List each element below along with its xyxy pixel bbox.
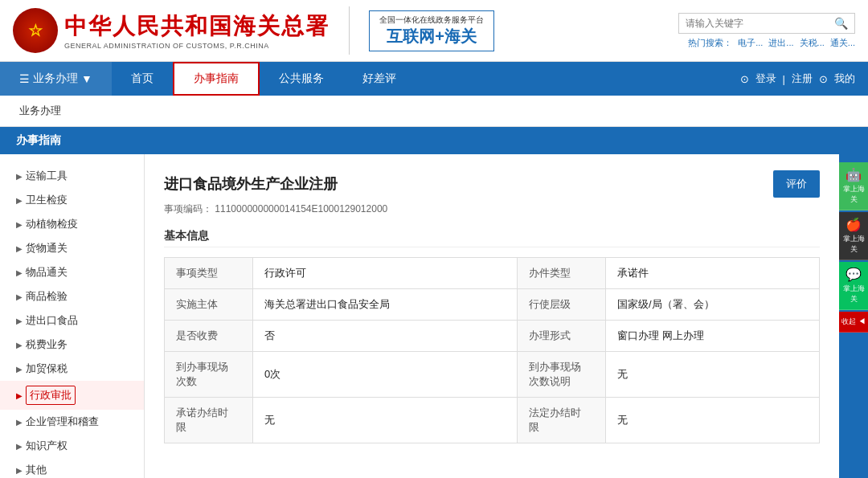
sidebar-label: 知识产权 [26,439,68,453]
wechat-icon: 💬 [841,267,866,282]
sidebar-item-goods-clearance[interactable]: ▶ 物品通关 [0,260,144,284]
hot-item-3[interactable]: 关税... [800,38,825,47]
search-input[interactable] [686,18,834,29]
android-app-button[interactable]: 🤖 掌上海关 [839,162,868,210]
label-legal-time: 法定办结时 限 [517,398,605,443]
table-row: 事项类型 行政许可 办件类型 承诺件 [165,258,820,289]
sidebar-item-transport[interactable]: ▶ 运输工具 [0,164,144,188]
sidebar-label: 物品通关 [26,265,68,280]
sidebar-item-admin-approval[interactable]: ▶ 行政审批 [0,381,144,410]
nav-home-label: 首页 [131,71,154,86]
nav-guide-label: 办事指南 [194,71,239,86]
nav-item-guide[interactable]: 办事指南 [173,62,260,96]
arrow-icon: ▶ [16,292,23,301]
sidebar-item-bonded[interactable]: ▶ 加贸保税 [0,357,144,381]
arrow-icon: ▶ [16,391,23,400]
sidebar-item-tax[interactable]: ▶ 税费业务 [0,333,144,357]
label-level: 行使层级 [517,289,605,321]
info-table: 事项类型 行政许可 办件类型 承诺件 实施主体 海关总署进出口食品安全局 行使层… [164,257,820,443]
nav-item-rating[interactable]: 好差评 [343,62,416,96]
nav-item-business[interactable]: ☰ 业务办理 ▼ [0,62,112,96]
nav-my[interactable]: 我的 [834,71,855,86]
nav-public-label: 公共服务 [279,71,324,86]
label-fee: 是否收费 [165,321,253,352]
arrow-icon: ▶ [16,268,23,277]
header: ☆ 中华人民共和国海关总署 GENERAL ADMINISTRATION OF … [0,0,868,62]
hot-search-label: 热门搜索： [688,38,732,47]
wechat-label: 掌上海关 [843,284,865,303]
sidebar-item-ip[interactable]: ▶ 知识产权 [0,434,144,458]
search-button[interactable]: 🔍 [834,17,848,30]
sidebar-item-cargo-clearance[interactable]: ▶ 货物通关 [0,236,144,260]
sidebar-label: 企业管理和稽查 [26,415,99,429]
arrow-icon: ▶ [16,466,23,475]
sidebar-label: 商品检验 [26,289,68,304]
arrow-icon: ▶ [16,244,23,253]
header-divider [349,6,350,55]
value-fee: 否 [253,321,518,352]
value-visit-note: 无 [605,352,819,398]
sidebar-item-enterprise-mgmt[interactable]: ▶ 企业管理和稽查 [0,410,144,434]
hot-search: 热门搜索： 电子... 进出... 关税... 通关... [685,37,855,49]
sidebar-label: 货物通关 [26,241,68,255]
sidebar-item-inspection[interactable]: ▶ 商品检验 [0,284,144,308]
nav-item-public[interactable]: 公共服务 [260,62,343,96]
sidebar-label: 动植物检疫 [26,217,78,231]
nav-right: ⊙ 登录 | 注册 ⊙ 我的 [740,71,868,86]
chevron-down-icon: ▼ [81,72,92,85]
nav-login-icon: ⊙ [740,73,749,85]
content-code: 事项编码： 111000000000014154E1000129012000 [164,202,820,216]
hot-item-2[interactable]: 进出... [768,38,793,47]
label-entity: 实施主体 [165,289,253,321]
apple-app-button[interactable]: 🍎 掌上海关 [839,212,868,260]
main: ▶ 运输工具 ▶ 卫生检疫 ▶ 动植物检疫 ▶ 货物通关 ▶ 物品通关 ▶ 商品… [0,154,868,478]
hot-item-4[interactable]: 通关... [830,38,855,47]
code-label: 事项编码： [164,203,212,214]
value-entity: 海关总署进出口食品安全局 [253,289,518,321]
breadcrumb: 业务办理 [0,96,868,127]
logo-title-cn: 中华人民共和国海关总署 [64,11,330,42]
sidebar-item-import-food[interactable]: ▶ 进出口食品 [0,308,144,333]
sidebar-item-other[interactable]: ▶ 其他 [0,458,144,478]
logo-emblem: ☆ [13,8,58,53]
table-row: 实施主体 海关总署进出口食品安全局 行使层级 国家级/局（署、会） [165,289,820,321]
label-visit-note: 到办事现场 次数说明 [517,352,605,398]
sidebar-label: 运输工具 [26,169,68,183]
nav-register[interactable]: 注册 [792,71,813,86]
nav-rating-label: 好差评 [362,71,396,86]
wechat-app-button[interactable]: 💬 掌上海关 [839,262,868,310]
value-visit-count: 0次 [253,352,518,398]
menu-icon: ☰ [19,72,30,85]
sidebar-label: 进出口食品 [26,313,78,328]
nav-item-home[interactable]: 首页 [112,62,173,96]
value-item-type: 行政许可 [253,258,518,289]
arrow-icon: ▶ [16,220,23,229]
apple-icon: 🍎 [841,217,866,232]
label-promise-time: 承诺办结时 限 [165,398,253,443]
sidebar-item-plant-animal[interactable]: ▶ 动植物检疫 [0,212,144,236]
value-handle-type: 承诺件 [605,258,819,289]
section-header-text: 办事指南 [16,133,61,146]
arrow-icon: ▶ [16,341,23,349]
hot-item-1[interactable]: 电子... [738,38,763,47]
eval-button[interactable]: 评价 [773,170,820,198]
nav-business-label: 业务办理 [33,71,78,86]
label-handle-type: 办件类型 [517,258,605,289]
table-row: 到办事现场 次数 0次 到办事现场 次数说明 无 [165,352,820,398]
arrow-icon: ▶ [16,172,23,181]
content: 进口食品境外生产企业注册 评价 事项编码： 111000000000014154… [145,154,839,478]
basic-info-title: 基本信息 [164,229,820,247]
table-row: 是否收费 否 办理形式 窗口办理 网上办理 [165,321,820,352]
collapse-button[interactable]: 收起 ◀ [839,312,868,333]
section-header: 办事指南 [0,127,868,154]
sidebar-label: 行政审批 [26,386,76,405]
platform-bottom-text: 互联网+海关 [387,26,477,47]
sidebar-item-sanitation[interactable]: ▶ 卫生检疫 [0,188,144,212]
search-box[interactable]: 🔍 [678,13,855,34]
android-icon: 🤖 [841,167,866,182]
sidebar-label: 加贸保税 [26,362,68,376]
code-value: 111000000000014154E1000129012000 [215,203,387,214]
arrow-icon: ▶ [16,196,23,205]
value-handle-form: 窗口办理 网上办理 [605,321,819,352]
nav-login[interactable]: 登录 [755,71,776,86]
